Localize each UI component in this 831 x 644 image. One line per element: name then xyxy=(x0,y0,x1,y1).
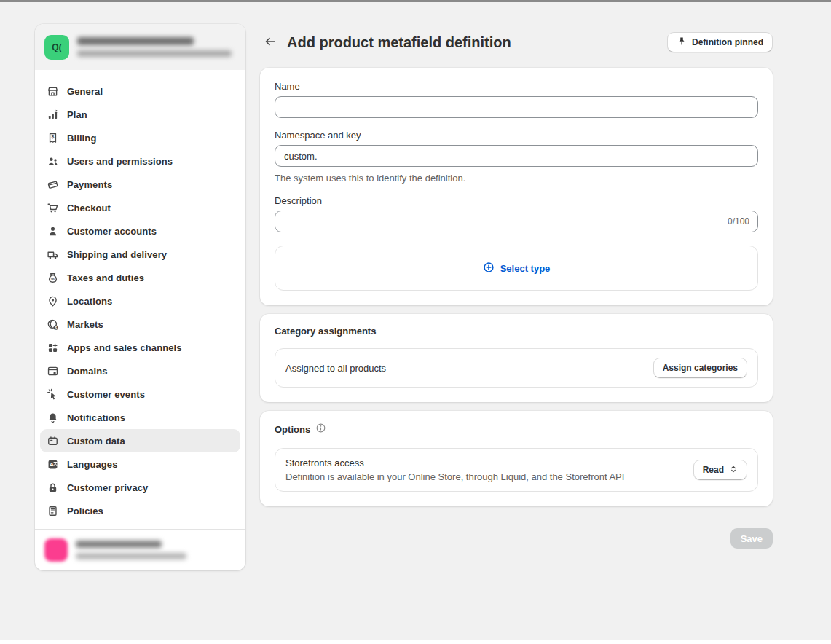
back-button[interactable] xyxy=(260,32,280,52)
sidebar-item-plan[interactable]: Plan xyxy=(40,103,240,126)
redacted-user-email xyxy=(76,553,186,559)
truck-icon xyxy=(47,248,59,261)
sidebar-item-label: Customer privacy xyxy=(67,482,148,493)
storefront-access-select[interactable]: Read xyxy=(693,460,747,480)
apps-grid-icon xyxy=(47,342,59,354)
sidebar-item-label: Checkout xyxy=(67,203,111,213)
page-header: Add product metafield definition Definit… xyxy=(260,31,773,53)
person-icon xyxy=(47,225,59,237)
sidebar-item-label: Notifications xyxy=(67,412,125,423)
arrow-left-icon xyxy=(263,34,277,51)
sidebar-item-customer-privacy[interactable]: Customer privacy xyxy=(40,476,240,499)
user-account-row[interactable] xyxy=(35,529,245,570)
sidebar-item-label: Billing xyxy=(67,133,96,144)
sidebar-item-label: Policies xyxy=(67,506,103,517)
sidebar-item-domains[interactable]: Domains xyxy=(40,359,240,382)
bell-icon xyxy=(47,412,59,424)
store-header[interactable]: Q( xyxy=(35,24,245,70)
chevron-updown-icon xyxy=(729,465,738,476)
sidebar-item-languages[interactable]: A Languages xyxy=(40,452,240,476)
sidebar-item-label: Customer accounts xyxy=(67,226,157,237)
sidebar-item-locations[interactable]: Locations xyxy=(40,289,240,313)
tax-bag-icon: % xyxy=(47,272,59,284)
window-bottom-strip xyxy=(0,640,831,644)
document-icon xyxy=(47,505,59,517)
sidebar-item-label: Custom data xyxy=(67,436,125,447)
redacted-store-name xyxy=(77,37,194,45)
namespace-input[interactable] xyxy=(275,145,758,167)
redacted-user-name xyxy=(76,541,162,548)
sidebar-item-customer-events[interactable]: Customer events xyxy=(40,382,240,406)
store-icon xyxy=(47,85,59,98)
sidebar-item-label: Apps and sales channels xyxy=(67,342,182,353)
name-label: Name xyxy=(275,81,758,92)
namespace-help-text: The system uses this to identify the def… xyxy=(275,173,758,184)
map-pin-icon xyxy=(47,295,59,307)
sidebar-item-billing[interactable]: $ Billing xyxy=(40,126,240,149)
select-type-area: Select type xyxy=(275,246,758,291)
sidebar-item-users-and-permissions[interactable]: Users and permissions xyxy=(40,149,240,173)
store-avatar: Q( xyxy=(44,35,69,60)
select-type-button[interactable]: Select type xyxy=(478,261,555,276)
cart-icon xyxy=(47,202,59,214)
sidebar-item-label: Locations xyxy=(67,296,112,307)
storefronts-access-title: Storefronts access xyxy=(285,458,624,468)
svg-text:%: % xyxy=(51,277,55,281)
users-icon xyxy=(47,155,59,168)
sidebar-item-custom-data[interactable]: Custom data xyxy=(40,429,240,452)
category-assignments-card: Category assignments Assigned to all pro… xyxy=(260,314,773,402)
window-top-strip xyxy=(0,0,831,2)
sidebar-item-apps-and-sales-channels[interactable]: Apps and sales channels xyxy=(40,336,240,359)
category-assignments-title: Category assignments xyxy=(275,326,376,337)
page-title: Add product metafield definition xyxy=(287,34,511,51)
sidebar-item-label: Users and permissions xyxy=(67,156,173,167)
cursor-click-icon xyxy=(47,388,59,401)
browser-icon xyxy=(47,365,59,377)
definition-form-card: Name Namespace and key The system uses t… xyxy=(260,68,773,305)
lock-icon xyxy=(47,482,59,494)
settings-nav: General Plan $ Billing Users and permiss… xyxy=(35,70,245,529)
save-button[interactable]: Save xyxy=(730,528,773,549)
svg-text:$: $ xyxy=(55,325,57,329)
options-title: Options xyxy=(275,424,310,435)
description-input[interactable] xyxy=(275,211,758,232)
plan-chart-icon xyxy=(47,109,59,121)
translate-icon: A xyxy=(47,458,59,471)
settings-sidebar: Q( General Plan $ Billing xyxy=(35,24,245,570)
options-card: Options Storefronts access Definition is… xyxy=(260,411,773,506)
svg-text:$: $ xyxy=(52,134,55,140)
definition-pinned-button[interactable]: Definition pinned xyxy=(667,32,773,52)
sidebar-item-shipping-and-delivery[interactable]: Shipping and delivery xyxy=(40,243,240,266)
sidebar-item-taxes-and-duties[interactable]: % Taxes and duties xyxy=(40,266,240,289)
category-status-text: Assigned to all products xyxy=(285,363,386,374)
category-assignment-row: Assigned to all products Assign categori… xyxy=(275,348,758,388)
sidebar-item-markets[interactable]: $ Markets xyxy=(40,313,240,336)
redacted-store-domain xyxy=(77,50,232,57)
assign-categories-button[interactable]: Assign categories xyxy=(653,358,747,378)
plus-circle-icon xyxy=(483,262,495,275)
sidebar-item-label: Taxes and duties xyxy=(67,272,144,283)
globe-dollar-icon: $ xyxy=(47,318,59,331)
sidebar-item-label: Domains xyxy=(67,366,108,377)
sidebar-item-label: General xyxy=(67,86,103,97)
info-icon[interactable] xyxy=(315,423,326,436)
sidebar-item-checkout[interactable]: Checkout xyxy=(40,196,240,219)
sidebar-item-general[interactable]: General xyxy=(40,79,240,103)
namespace-label: Namespace and key xyxy=(275,130,758,141)
sidebar-item-policies[interactable]: Policies xyxy=(40,499,240,522)
sidebar-item-customer-accounts[interactable]: Customer accounts xyxy=(40,219,240,243)
sidebar-item-label: Languages xyxy=(67,459,118,470)
user-avatar xyxy=(44,538,68,562)
sidebar-item-notifications[interactable]: Notifications xyxy=(40,406,240,429)
save-row: Save xyxy=(260,528,773,549)
credit-card-icon xyxy=(47,178,59,191)
sidebar-item-label: Markets xyxy=(67,319,103,330)
pin-icon xyxy=(677,36,687,49)
main-content: Add product metafield definition Definit… xyxy=(260,31,773,549)
sidebar-item-label: Payments xyxy=(67,179,112,190)
sidebar-item-label: Shipping and delivery xyxy=(67,249,167,260)
name-input[interactable] xyxy=(275,96,758,118)
svg-text:A: A xyxy=(50,461,54,468)
data-table-icon xyxy=(47,435,59,447)
sidebar-item-payments[interactable]: Payments xyxy=(40,173,240,196)
